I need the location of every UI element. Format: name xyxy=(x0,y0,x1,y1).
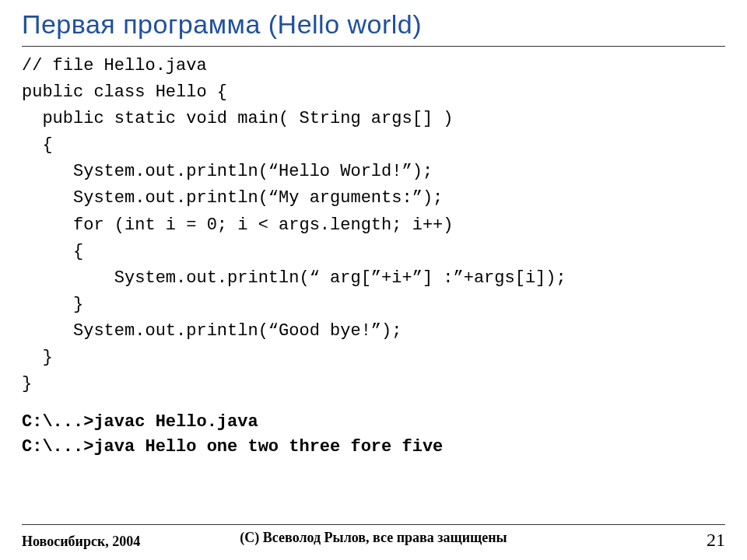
code-line: public class Hello { xyxy=(22,82,227,102)
command-line: C:\...>java Hello one two three fore fiv… xyxy=(22,437,443,457)
code-line: public static void main( String args[] ) xyxy=(22,109,454,128)
code-line: // file Hello.java xyxy=(22,56,207,75)
title-bar: Первая программа (Hello world) xyxy=(22,0,725,47)
code-line: System.out.println(“Hello World!”); xyxy=(22,162,433,181)
footer-location: Новосибирск, 2004 xyxy=(22,534,140,550)
footer: Новосибирск, 2004 (С) Всеволод Рылов, вс… xyxy=(22,524,725,551)
code-line: System.out.println(“ arg[”+i+”] :”+args[… xyxy=(22,268,566,288)
code-line: } xyxy=(22,348,53,367)
code-line: } xyxy=(22,374,32,394)
page-number: 21 xyxy=(707,530,725,551)
code-line: { xyxy=(22,135,53,155)
slide-title: Первая программа (Hello world) xyxy=(22,9,725,40)
code-line: { xyxy=(22,242,83,261)
command-block: C:\...>javac Hello.java C:\...>java Hell… xyxy=(22,410,725,460)
slide: Первая программа (Hello world) // file H… xyxy=(0,0,747,560)
code-block: // file Hello.java public class Hello { … xyxy=(22,53,725,397)
code-line: } xyxy=(22,295,83,314)
code-line: System.out.println(“My arguments:”); xyxy=(22,188,443,208)
code-line: System.out.println(“Good bye!”); xyxy=(22,321,402,341)
footer-copyright: (С) Всеволод Рылов, все права защищены xyxy=(240,530,507,546)
command-line: C:\...>javac Hello.java xyxy=(22,412,258,432)
code-line: for (int i = 0; i < args.length; i++) xyxy=(22,215,454,235)
